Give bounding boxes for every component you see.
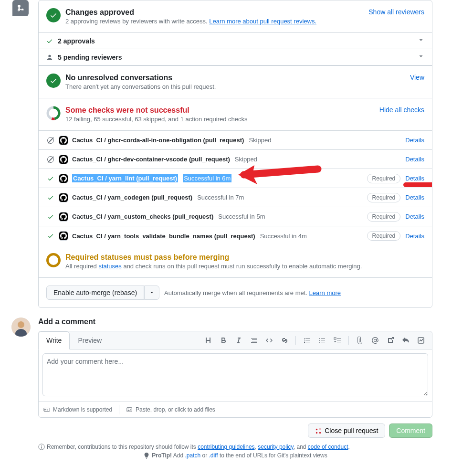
task-list-button[interactable] xyxy=(331,334,344,347)
hide-checks-link[interactable]: Hide all checks xyxy=(379,106,424,114)
github-actions-icon xyxy=(59,136,68,145)
security-link[interactable]: security policy xyxy=(258,444,293,450)
italic-button[interactable] xyxy=(232,334,245,347)
comment-textarea[interactable] xyxy=(42,353,428,396)
required-status-title: Required statuses must pass before mergi… xyxy=(65,253,424,262)
required-badge: Required xyxy=(367,193,401,202)
checks-title: Some checks were not successful xyxy=(65,106,379,115)
details-link[interactable]: Details xyxy=(405,137,424,144)
markdown-support-label[interactable]: Markdown is supported xyxy=(43,406,112,413)
auto-merge-dropdown-button[interactable] xyxy=(144,286,159,300)
pending-reviewers-row[interactable]: 5 pending reviewers xyxy=(39,49,432,65)
tab-write[interactable]: Write xyxy=(38,331,70,349)
required-status-sub: All required statuses and check runs on … xyxy=(65,263,424,270)
approval-title: Changes approved xyxy=(65,8,368,17)
conversations-sub: There aren't yet any conversations on th… xyxy=(65,83,410,90)
git-merge-icon xyxy=(12,0,29,16)
check-name: Cactus_CI / yarn_lint (pull_request) xyxy=(72,174,178,182)
footer-remember: Remember, contributions to this reposito… xyxy=(47,444,350,450)
details-link[interactable]: Details xyxy=(405,233,424,240)
auto-merge-text: Automatically merge when all requirement… xyxy=(164,289,341,296)
diff-link[interactable]: .diff xyxy=(209,452,218,459)
check-status: Skipped xyxy=(249,137,271,144)
check-icon xyxy=(46,175,55,182)
learn-more-link[interactable]: Learn more xyxy=(309,289,341,296)
close-pr-button[interactable]: Close pull request xyxy=(308,423,385,438)
git-pr-closed-icon xyxy=(315,427,322,434)
check-name: Cactus_CI / yarn_custom_checks (pull_req… xyxy=(72,213,213,220)
details-link[interactable]: Details xyxy=(405,194,424,201)
view-conversations-link[interactable]: View xyxy=(410,74,424,81)
github-actions-icon xyxy=(59,231,68,241)
statuses-link[interactable]: statuses xyxy=(98,263,121,270)
mention-button[interactable] xyxy=(369,334,381,347)
link-button[interactable] xyxy=(278,334,291,347)
svg-point-6 xyxy=(319,338,320,339)
svg-rect-12 xyxy=(127,408,132,412)
file-upload-label[interactable]: Paste, drop, or click to add files xyxy=(126,406,215,413)
details-link[interactable]: Details xyxy=(405,213,424,220)
check-status: Successful in 4m xyxy=(260,233,307,240)
person-icon xyxy=(46,54,53,61)
learn-reviews-link[interactable]: Learn more about pull request reviews. xyxy=(209,18,316,25)
quote-button[interactable] xyxy=(248,334,260,347)
check-icon xyxy=(46,194,55,201)
warning-ring-icon xyxy=(46,253,61,267)
check-row: Cactus_CI / yarn_tools_validate_bundle_n… xyxy=(39,226,432,245)
saved-replies-button[interactable] xyxy=(415,334,427,347)
checks-sub: 12 failing, 65 successful, 63 skipped, a… xyxy=(65,116,379,123)
cross-reference-button[interactable] xyxy=(384,334,397,347)
show-all-reviewers-link[interactable]: Show all reviewers xyxy=(368,8,424,16)
check-row: Cactus_CI / ghcr-dev-container-vscode (p… xyxy=(39,150,432,169)
patch-link[interactable]: .patch xyxy=(185,452,200,459)
required-badge: Required xyxy=(367,231,401,241)
approvals-label: 2 approvals xyxy=(58,37,418,45)
markdown-icon xyxy=(43,406,50,413)
svg-point-8 xyxy=(319,342,320,343)
details-link[interactable]: Details xyxy=(405,156,424,163)
check-icon xyxy=(46,74,61,88)
ordered-list-button[interactable] xyxy=(301,334,313,347)
image-icon xyxy=(126,406,133,413)
attachment-button[interactable] xyxy=(354,334,366,347)
check-name: Cactus_CI / ghcr-corda-all-in-one-obliga… xyxy=(72,137,244,144)
enable-auto-merge-button[interactable]: Enable auto-merge (rebase) xyxy=(46,286,144,300)
github-actions-icon xyxy=(59,174,68,183)
required-badge: Required xyxy=(367,212,401,222)
check-row: Cactus_CI / yarn_codegen (pull_request)S… xyxy=(39,188,432,207)
svg-rect-9 xyxy=(334,338,336,339)
info-icon xyxy=(38,444,45,450)
pending-label: 5 pending reviewers xyxy=(58,53,418,61)
approval-subtitle: 2 approving reviews by reviewers with wr… xyxy=(65,18,368,25)
bold-button[interactable] xyxy=(217,334,230,347)
github-actions-icon xyxy=(59,193,68,202)
coc-link[interactable]: code of conduct xyxy=(308,444,348,450)
chevron-down-icon xyxy=(418,53,424,61)
contributing-link[interactable]: contributing guidelines xyxy=(198,444,254,450)
check-row: Cactus_CI / yarn_lint (pull_request)Succ… xyxy=(39,169,432,188)
check-icon xyxy=(46,8,61,22)
protip-text: ProTip! Add .patch or .diff to the end o… xyxy=(152,452,327,459)
github-actions-icon xyxy=(59,155,68,164)
conversations-title: No unresolved conversations xyxy=(65,74,410,82)
check-icon xyxy=(46,233,55,239)
code-button[interactable] xyxy=(263,334,275,347)
svg-point-4 xyxy=(18,321,24,328)
triangle-down-icon xyxy=(149,290,154,295)
unordered-list-button[interactable] xyxy=(316,334,328,347)
github-actions-icon xyxy=(59,212,68,222)
tab-preview[interactable]: Preview xyxy=(70,331,110,349)
details-link[interactable]: Details xyxy=(405,175,424,182)
check-name: Cactus_CI / yarn_codegen (pull_request) xyxy=(72,194,192,201)
check-status: Successful in 5m xyxy=(218,213,265,220)
check-icon xyxy=(46,38,53,44)
check-icon xyxy=(46,213,55,220)
heading-button[interactable] xyxy=(202,334,214,347)
svg-point-13 xyxy=(128,408,129,409)
check-status: Successful in 7m xyxy=(197,194,244,201)
approvals-row[interactable]: 2 approvals xyxy=(39,33,432,49)
comment-button[interactable]: Comment xyxy=(389,423,432,438)
reply-button[interactable] xyxy=(399,334,412,347)
chevron-down-icon xyxy=(418,37,424,45)
check-name: Cactus_CI / yarn_tools_validate_bundle_n… xyxy=(72,233,255,240)
